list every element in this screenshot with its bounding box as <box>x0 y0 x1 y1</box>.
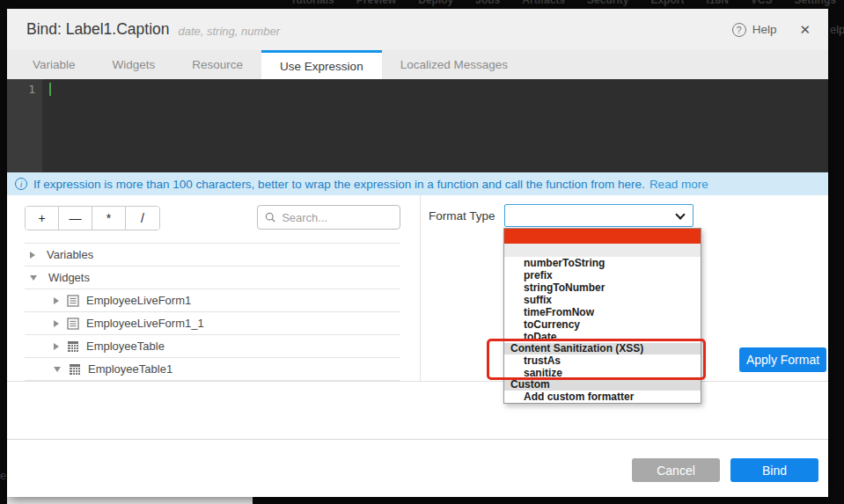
tree-item-label: EmployeeLiveForm1_1 <box>86 317 204 330</box>
read-more-link[interactable]: Read more <box>650 178 708 191</box>
background-menu-item: Security <box>587 0 628 9</box>
info-banner: i If expression is more than 100 charact… <box>7 172 828 195</box>
dropdown-option-timefromnow[interactable]: timeFromNow <box>504 306 701 318</box>
dropdown-group-custom: Custom <box>504 379 701 391</box>
table-widget-icon <box>69 363 81 376</box>
dropdown-group-content-sanitization: Content Sanitization (XSS) <box>504 343 701 354</box>
tab-widgets[interactable]: Widgets <box>94 50 174 79</box>
background-text-fragment: elp <box>830 23 844 36</box>
background-menu-strip: Tutorials Preview Deploy Jobs Artifacts … <box>290 0 836 9</box>
apply-format-button[interactable]: Apply Format <box>739 347 826 372</box>
cancel-button[interactable]: Cancel <box>632 458 720 482</box>
info-text: If expression is more than 100 character… <box>33 178 645 191</box>
search-box <box>257 205 400 230</box>
dropdown-option-trustas[interactable]: trustAs <box>504 354 701 367</box>
divide-operator-button[interactable]: / <box>126 207 159 230</box>
chevron-right-icon[interactable] <box>30 252 35 259</box>
close-icon[interactable]: ✕ <box>796 20 814 40</box>
background-menu-item: Preview <box>356 0 396 9</box>
binding-tree: Variables Widgets EmployeeLiveForm1 <box>25 243 400 381</box>
dialog-titlebar: Bind: Label1.Caption date, string, numbe… <box>7 9 828 50</box>
dropdown-option-add-custom-formatter[interactable]: Add custom formatter <box>504 391 701 403</box>
tab-variable[interactable]: Variable <box>14 50 94 79</box>
plus-operator-button[interactable]: + <box>26 207 59 230</box>
question-circle-icon: ? <box>732 23 746 37</box>
help-label: Help <box>752 23 777 36</box>
dialog-tabs: Variable Widgets Resource Use Expression… <box>7 50 828 79</box>
tree-item-label: EmployeeTable <box>86 340 165 353</box>
tab-resource[interactable]: Resource <box>173 50 261 79</box>
operator-toolbar: + — * / <box>25 206 160 230</box>
editor-code-area[interactable] <box>42 79 828 172</box>
bind-button[interactable]: Bind <box>730 458 818 482</box>
chevron-right-icon[interactable] <box>54 320 59 327</box>
screen: Tutorials Preview Deploy Jobs Artifacts … <box>0 0 844 504</box>
background-menu-item: Export <box>650 0 684 9</box>
multiply-operator-button[interactable]: * <box>92 207 126 230</box>
chevron-down-icon <box>675 209 685 219</box>
tree-item-label: EmployeeLiveForm1 <box>86 294 191 307</box>
dialog-subtitle: date, string, number <box>178 25 280 38</box>
search-icon <box>265 211 275 223</box>
help-button[interactable]: ? Help <box>732 23 777 37</box>
minus-operator-button[interactable]: — <box>59 207 92 230</box>
tree-item-label: Variables <box>47 248 93 261</box>
format-type-select[interactable] <box>504 204 694 227</box>
dropdown-option-empty[interactable] <box>504 244 701 257</box>
dropdown-option-todate[interactable]: toDate <box>504 331 701 343</box>
format-type-dropdown-list: numberToString prefix stringToNumber suf… <box>503 228 701 404</box>
tree-item-employeeliveform1-1[interactable]: EmployeeLiveForm1_1 <box>25 312 400 335</box>
dialog-title: Bind: Label1.Caption <box>26 20 169 39</box>
dropdown-option-prefix[interactable]: prefix <box>504 269 701 281</box>
form-widget-icon <box>67 295 79 307</box>
editor-line-number: 1 <box>7 79 42 172</box>
dropdown-option-numbertostring[interactable]: numberToString <box>504 257 701 269</box>
background-text-fragment: e <box>0 469 6 482</box>
content-divider <box>7 381 828 382</box>
background-menu-item: Deploy <box>418 0 453 9</box>
chevron-right-icon[interactable] <box>54 297 59 304</box>
info-icon: i <box>15 178 27 190</box>
tab-localized-messages[interactable]: Localized Messages <box>382 50 526 79</box>
background-menu-item: Artifacts <box>522 0 565 9</box>
background-menu-item: I18N <box>706 0 728 9</box>
tab-use-expression[interactable]: Use Expression <box>261 50 382 79</box>
background-menu-item: Jobs <box>475 0 500 9</box>
background-canvas-fragment <box>7 497 253 504</box>
tree-item-employeetable[interactable]: EmployeeTable <box>25 335 400 358</box>
search-input[interactable] <box>282 211 393 224</box>
tree-item-widgets[interactable]: Widgets <box>25 267 400 289</box>
chevron-down-icon[interactable] <box>30 275 37 281</box>
tree-item-employeetable1[interactable]: EmployeeTable1 <box>25 358 400 381</box>
background-menu-item: Settings <box>795 0 836 9</box>
expression-editor[interactable]: 1 <box>7 79 828 172</box>
tree-item-label: EmployeeTable1 <box>88 362 172 376</box>
table-widget-icon <box>67 340 79 353</box>
dropdown-option-tocurrency[interactable]: toCurrency <box>504 318 701 331</box>
chevron-down-icon[interactable] <box>54 367 61 372</box>
dropdown-option-stringtonumber[interactable]: stringToNumber <box>504 281 701 294</box>
dropdown-option-selected-empty[interactable] <box>504 229 701 244</box>
form-widget-icon <box>67 318 79 330</box>
editor-cursor <box>49 83 51 96</box>
background-menu-item: VCS <box>751 0 773 9</box>
background-menu-item: Tutorials <box>290 0 334 9</box>
dropdown-option-sanitize[interactable]: sanitize <box>504 367 701 379</box>
footer-divider <box>7 439 828 440</box>
tree-item-label: Widgets <box>48 271 90 284</box>
tree-item-variables[interactable]: Variables <box>25 244 400 267</box>
bind-dialog: Bind: Label1.Caption date, string, numbe… <box>7 9 828 497</box>
tree-item-employeeliveform1[interactable]: EmployeeLiveForm1 <box>25 289 400 312</box>
format-type-label: Format Type <box>429 204 495 227</box>
dropdown-option-suffix[interactable]: suffix <box>504 294 701 306</box>
chevron-right-icon[interactable] <box>54 343 59 350</box>
panel-divider <box>420 195 421 381</box>
